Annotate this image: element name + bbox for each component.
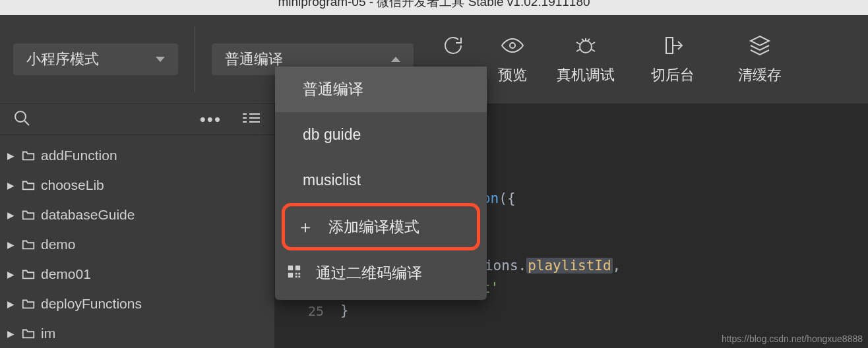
folder-icon (21, 237, 36, 252)
svg-rect-3 (288, 265, 293, 270)
sidebar-header: ••• (0, 104, 274, 135)
toolbar-divider (195, 26, 195, 92)
svg-point-1 (580, 41, 592, 53)
plus-icon: ＋ (297, 216, 314, 239)
chevron-down-icon (156, 57, 165, 62)
folder-icon (21, 297, 36, 311)
folder-icon (21, 208, 36, 222)
file-tree: ▸addFunction ▸chooseLib ▸databaseGuide ▸… (0, 135, 274, 348)
tree-item-demo01[interactable]: ▸demo01 (0, 259, 274, 289)
more-icon[interactable]: ••• (200, 109, 222, 130)
svg-rect-5 (288, 272, 293, 277)
background-button[interactable]: 切后台 (629, 34, 716, 85)
tree-item-databaseGuide[interactable]: ▸databaseGuide (0, 200, 274, 229)
compile-dropdown: 普通编译 db guide musiclist ＋ 添加编译模式 通过二维码编译 (275, 67, 487, 300)
svg-rect-7 (298, 272, 300, 274)
svg-rect-8 (295, 276, 297, 277)
search-icon[interactable] (13, 109, 30, 129)
tree-item-deployFunctions[interactable]: ▸deployFunctions (0, 289, 274, 318)
window-title: miniprogram-05 - 微信开发者工具 Stable v1.02.19… (0, 0, 868, 15)
outline-icon[interactable] (241, 111, 261, 127)
refresh-icon (441, 34, 465, 57)
svg-rect-6 (295, 272, 297, 274)
bug-icon (574, 34, 598, 57)
mode-select-label: 小程序模式 (26, 49, 99, 69)
compile-select-label: 普通编译 (225, 49, 283, 69)
remote-debug-button[interactable]: 真机调试 (542, 34, 629, 85)
tree-item-im[interactable]: ▸im (0, 318, 274, 348)
tree-item-demo[interactable]: ▸demo (0, 229, 274, 259)
dropdown-item-musiclist[interactable]: musiclist (275, 158, 487, 203)
sidebar: ••• ▸addFunction ▸chooseLib ▸databaseGui… (0, 104, 274, 348)
folder-icon (21, 326, 36, 341)
tree-item-chooseLib[interactable]: ▸chooseLib (0, 170, 274, 200)
svg-point-2 (15, 111, 26, 122)
svg-rect-4 (295, 265, 300, 270)
dropdown-item-dbguide[interactable]: db guide (275, 112, 487, 158)
svg-rect-9 (298, 276, 300, 277)
qrcode-icon (287, 264, 301, 283)
layers-icon (748, 34, 772, 57)
watermark: https://blog.csdn.net/hongxue8888 (722, 334, 863, 344)
folder-icon (21, 267, 36, 281)
dropdown-item-add-mode[interactable]: ＋ 添加编译模式 (282, 203, 480, 250)
exit-icon (661, 34, 685, 57)
tree-item-addFunction[interactable]: ▸addFunction (0, 140, 274, 170)
folder-icon (21, 148, 36, 163)
chevron-up-icon (391, 57, 400, 62)
clear-cache-button[interactable]: 清缓存 (716, 34, 803, 85)
preview-button[interactable]: 预览 (483, 34, 542, 85)
dropdown-item-qrcode[interactable]: 通过二维码编译 (275, 250, 487, 296)
svg-point-0 (510, 43, 515, 48)
dropdown-item-normal[interactable]: 普通编译 (275, 67, 487, 112)
mode-select[interactable]: 小程序模式 (13, 44, 178, 75)
folder-icon (21, 178, 36, 192)
eye-icon (501, 34, 524, 57)
